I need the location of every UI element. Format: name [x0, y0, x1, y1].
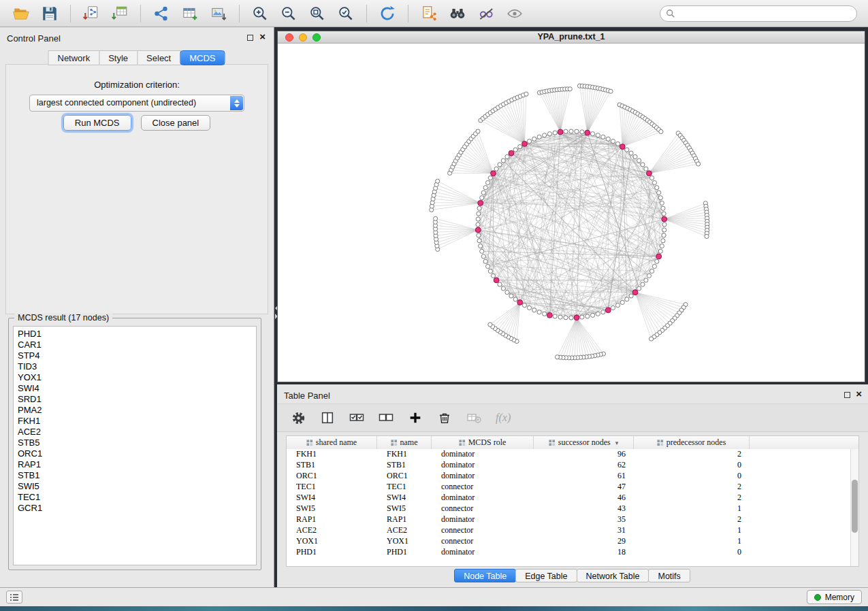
control-tab-mcds[interactable]: MCDS: [180, 50, 225, 65]
close-panel-button[interactable]: Close panel: [141, 115, 211, 131]
sort-caret-icon[interactable]: ▾: [615, 440, 619, 446]
zoom-in-icon[interactable]: [250, 3, 270, 24]
cell-predecessor-nodes: 0: [634, 460, 750, 471]
table-tab-edge-table[interactable]: Edge Table: [515, 569, 577, 582]
cell-name: TEC1: [377, 482, 432, 493]
cell-mcds-role: connector: [432, 525, 534, 536]
import-network-icon[interactable]: [81, 3, 101, 24]
control-tab-network[interactable]: Network: [48, 50, 99, 65]
save-session-icon[interactable]: [39, 3, 60, 24]
cell-mcds-role: connector: [432, 482, 534, 493]
toolbar-separator: [70, 5, 71, 22]
table-row[interactable]: ORC1ORC1dominator610: [287, 471, 858, 482]
mcds-result-item[interactable]: PHD1: [18, 329, 256, 340]
close-panel-icon[interactable]: ×: [259, 31, 266, 43]
zoom-out-icon[interactable]: [278, 3, 299, 24]
add-column-plus-icon[interactable]: [406, 409, 424, 427]
mcds-result-item[interactable]: STB1: [18, 470, 256, 481]
float-panel-icon[interactable]: [844, 392, 850, 398]
cell-predecessor-nodes: 2: [634, 493, 750, 503]
search-box[interactable]: [660, 5, 857, 22]
mcds-result-item[interactable]: SWI4: [18, 383, 256, 394]
mcds-result-item[interactable]: FKH1: [18, 416, 256, 427]
mcds-result-item[interactable]: STB5: [18, 437, 256, 448]
control-tab-style[interactable]: Style: [99, 50, 138, 65]
table-row[interactable]: PHD1PHD1dominator180: [287, 547, 858, 558]
float-panel-icon[interactable]: [247, 35, 253, 41]
maximize-window-icon[interactable]: [312, 33, 321, 42]
column-header-mcds-role[interactable]: MCDS role: [432, 436, 534, 449]
mcds-result-item[interactable]: CAR1: [18, 340, 256, 350]
mcds-result-item[interactable]: SRD1: [18, 394, 256, 405]
table-toolbar: f(x): [277, 403, 868, 432]
table-row[interactable]: YOX1YOX1connector291: [287, 536, 858, 547]
scrollbar-thumb[interactable]: [852, 480, 858, 533]
column-attribute-icon: [391, 440, 398, 446]
table-row[interactable]: ACE2ACE2connector311: [287, 525, 858, 536]
table-row[interactable]: TEC1TEC1connector472: [287, 482, 858, 493]
refresh-layout-icon[interactable]: [377, 3, 398, 24]
table-options-gear-icon[interactable]: [289, 409, 307, 427]
table-row[interactable]: SWI5SWI5connector431: [287, 503, 858, 514]
mcds-result-item[interactable]: ACE2: [18, 427, 256, 437]
column-header-predecessor-nodes[interactable]: predecessor nodes: [634, 436, 750, 449]
memory-button[interactable]: Memory: [807, 590, 862, 604]
table-tab-network-table[interactable]: Network Table: [577, 569, 649, 582]
search-network-icon[interactable]: [447, 3, 468, 24]
mcds-result-item[interactable]: PMA2: [18, 405, 256, 416]
table-scrollbar[interactable]: [850, 449, 858, 566]
select-all-icon[interactable]: [348, 409, 366, 427]
minimize-window-icon[interactable]: [299, 33, 307, 42]
deselect-all-icon[interactable]: [377, 409, 395, 427]
status-menu-button[interactable]: [6, 591, 22, 604]
table-row[interactable]: RAP1RAP1dominator352: [287, 514, 858, 525]
mcds-result-item[interactable]: RAP1: [18, 459, 256, 470]
zoom-selected-icon[interactable]: [336, 3, 356, 24]
hide-details-icon[interactable]: [476, 3, 496, 24]
close-panel-icon[interactable]: ×: [856, 388, 862, 400]
network-window-titlebar[interactable]: YPA_prune.txt_1: [278, 31, 865, 44]
cell-shared-name: SWI4: [287, 493, 377, 503]
mcds-result-item[interactable]: STP4: [18, 350, 256, 361]
column-header-shared-name[interactable]: shared name: [287, 436, 377, 449]
table-row[interactable]: SWI4SWI4dominator462: [287, 493, 858, 503]
mcds-result-item[interactable]: TID3: [18, 361, 256, 372]
mcds-result-item[interactable]: ORC1: [18, 448, 256, 459]
cell-successor-nodes: 31: [534, 525, 634, 536]
run-mcds-button[interactable]: Run MCDS: [63, 115, 131, 131]
cell-mcds-role: dominator: [432, 493, 534, 503]
show-columns-icon[interactable]: [319, 409, 336, 427]
table-row[interactable]: STB1STB1dominator620: [287, 460, 858, 471]
toolbar-separator: [239, 5, 240, 22]
list-icon: [10, 593, 19, 601]
control-panel-title: Control Panel: [7, 33, 61, 44]
close-window-icon[interactable]: [285, 33, 293, 42]
column-header-name[interactable]: name: [377, 436, 432, 449]
control-panel: Control Panel × NetworkStyleSelectMCDS O…: [0, 27, 274, 587]
show-details-icon[interactable]: [504, 3, 525, 24]
mcds-result-item[interactable]: GCR1: [18, 503, 256, 514]
new-table-icon[interactable]: [180, 3, 200, 24]
mcds-result-item[interactable]: TEC1: [18, 492, 256, 503]
open-session-icon[interactable]: [11, 3, 31, 24]
export-image-icon[interactable]: [208, 3, 229, 24]
mcds-result-fieldset: MCDS result (17 nodes) PHD1CAR1STP4TID3Y…: [8, 318, 261, 570]
criterion-dropdown[interactable]: largest connected component (undirected): [29, 95, 244, 112]
delete-column-trash-icon[interactable]: [436, 409, 453, 427]
mcds-result-item[interactable]: YOX1: [18, 372, 256, 383]
mcds-result-list[interactable]: PHD1CAR1STP4TID3YOX1SWI4SRD1PMA2FKH1ACE2…: [13, 326, 257, 565]
new-network-icon[interactable]: [151, 3, 172, 24]
zoom-fit-icon[interactable]: [307, 3, 327, 24]
table-tab-motifs[interactable]: Motifs: [648, 569, 690, 582]
search-input[interactable]: [675, 9, 851, 18]
table-row[interactable]: FKH1FKH1dominator962: [287, 449, 858, 460]
import-table-icon[interactable]: [110, 3, 130, 24]
control-tab-select[interactable]: Select: [137, 50, 180, 65]
column-header-successor-nodes[interactable]: successor nodes▾: [534, 436, 634, 449]
cell-predecessor-nodes: 2: [634, 514, 750, 525]
mcds-result-item[interactable]: SWI5: [18, 481, 256, 492]
network-canvas[interactable]: [278, 44, 865, 382]
cell-successor-nodes: 62: [534, 460, 634, 471]
share-document-icon[interactable]: [419, 3, 439, 24]
table-tab-node-table[interactable]: Node Table: [454, 569, 516, 582]
